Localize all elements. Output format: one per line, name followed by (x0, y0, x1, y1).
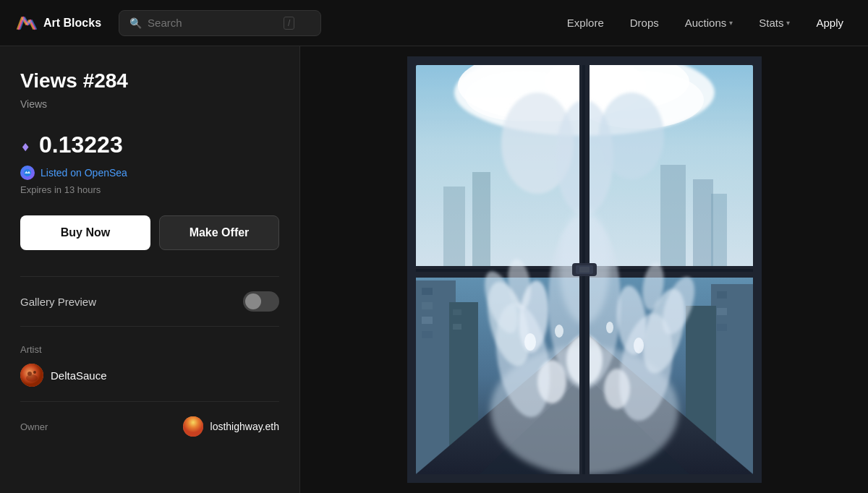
logo-icon (14, 12, 38, 35)
svg-point-63 (555, 325, 563, 338)
artist-avatar (20, 364, 43, 387)
svg-rect-22 (693, 179, 713, 266)
artwork-panel (300, 46, 868, 493)
svg-rect-73 (579, 267, 590, 273)
svg-rect-37 (717, 308, 727, 315)
listing-row: Listed on OpenSea (20, 166, 279, 180)
svg-point-3 (27, 372, 32, 376)
search-shortcut: / (284, 17, 294, 30)
artwork-collection: Views (20, 98, 279, 110)
header: Art Blocks 🔍 / Explore Drops Auctions ▾ … (0, 0, 868, 46)
expires-text: Expires in 13 hours (20, 184, 279, 195)
svg-point-62 (634, 338, 644, 353)
apply-button[interactable]: Apply (806, 11, 854, 35)
svg-rect-19 (443, 187, 465, 266)
svg-rect-67 (407, 56, 762, 65)
svg-rect-30 (422, 317, 433, 324)
svg-point-2 (26, 374, 38, 382)
svg-rect-69 (407, 56, 416, 483)
svg-point-5 (183, 416, 203, 437)
svg-rect-20 (472, 172, 490, 266)
artwork-svg (407, 56, 762, 483)
artist-name: DeltaSauce (51, 369, 107, 382)
svg-point-59 (604, 369, 630, 409)
owner-name: losthighway.eth (210, 421, 279, 432)
price-row: ⬧ 0.13223 (20, 132, 279, 158)
opensea-icon (20, 166, 35, 180)
artist-section-label: Artist (20, 344, 279, 355)
logo[interactable]: Art Blocks (14, 12, 101, 35)
listing-text: Listed on OpenSea (41, 167, 127, 179)
svg-rect-68 (407, 474, 762, 483)
artist-section: Artist (20, 344, 279, 387)
eth-icon: ⬧ (20, 135, 30, 155)
gallery-preview-row: Gallery Preview (20, 276, 279, 327)
toggle-knob (245, 293, 261, 309)
svg-point-61 (524, 333, 536, 351)
svg-rect-38 (717, 324, 727, 331)
owner-info[interactable]: losthighway.eth (183, 416, 279, 437)
svg-rect-36 (717, 291, 727, 299)
logo-text: Art Blocks (43, 17, 101, 30)
svg-rect-70 (753, 56, 762, 483)
make-offer-button[interactable]: Make Offer (159, 215, 279, 250)
svg-rect-21 (660, 165, 686, 266)
svg-point-18 (599, 93, 664, 179)
action-buttons: Buy Now Make Offer (20, 215, 279, 250)
artist-row[interactable]: DeltaSauce (20, 364, 279, 387)
svg-rect-34 (453, 324, 461, 330)
nav-drops[interactable]: Drops (620, 11, 669, 35)
price-value: 0.13223 (39, 132, 123, 158)
svg-rect-31 (422, 331, 433, 338)
svg-rect-23 (711, 194, 727, 266)
search-icon: 🔍 (129, 17, 142, 29)
artwork-title: Views #284 (20, 69, 279, 93)
nav-stats[interactable]: Stats ▾ (749, 11, 800, 35)
svg-point-58 (537, 360, 566, 403)
auctions-chevron: ▾ (729, 19, 733, 27)
gallery-preview-label: Gallery Preview (20, 296, 96, 308)
main-nav: Explore Drops Auctions ▾ Stats ▾ Apply (557, 11, 854, 35)
buy-now-button[interactable]: Buy Now (20, 215, 150, 250)
search-bar[interactable]: 🔍 / (119, 10, 321, 36)
artwork-frame (300, 46, 868, 493)
nav-explore[interactable]: Explore (557, 11, 614, 35)
owner-label: Owner (20, 421, 48, 432)
sidebar: Views #284 Views ⬧ 0.13223 Listed on Ope… (0, 46, 300, 493)
nav-auctions[interactable]: Auctions ▾ (675, 11, 744, 35)
search-input[interactable] (148, 17, 278, 29)
svg-rect-28 (422, 288, 433, 295)
gallery-preview-toggle[interactable] (243, 291, 279, 312)
owner-row: Owner losthighway.eth (20, 401, 279, 437)
svg-point-4 (33, 371, 36, 374)
main-content: Views #284 Views ⬧ 0.13223 Listed on Ope… (0, 46, 868, 493)
svg-rect-29 (422, 302, 433, 309)
stats-chevron: ▾ (786, 19, 790, 27)
svg-point-64 (606, 322, 613, 333)
svg-rect-33 (453, 309, 461, 315)
owner-avatar (183, 416, 203, 437)
